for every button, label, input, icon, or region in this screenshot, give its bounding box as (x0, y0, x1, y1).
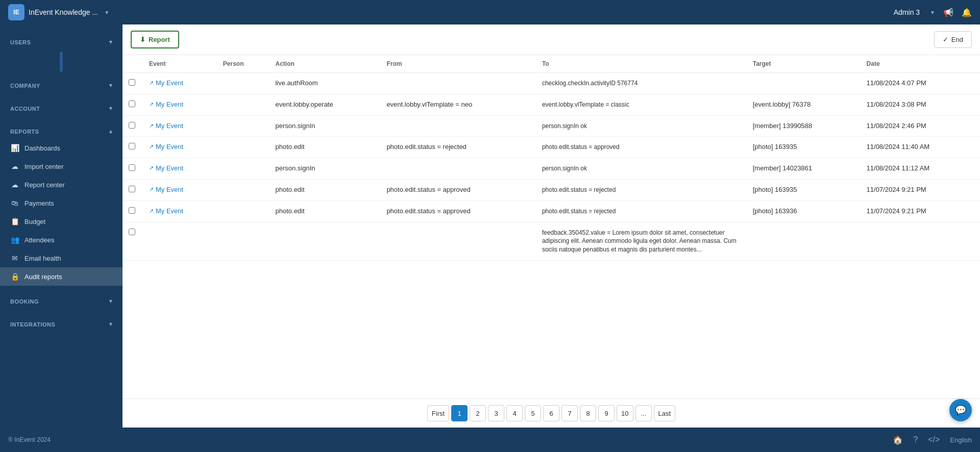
row-checkbox[interactable] (129, 164, 135, 171)
row-person (217, 94, 270, 115)
booking-chevron-icon: ▾ (109, 298, 113, 305)
pagination-last[interactable]: Last (654, 405, 676, 421)
row-checkbox[interactable] (129, 207, 135, 214)
row-target (747, 73, 861, 94)
pagination-first[interactable]: First (427, 405, 449, 421)
external-link-icon: ↗ (149, 165, 154, 171)
sidebar-section-booking-label: BOOKING (10, 298, 39, 305)
sidebar-section-booking-header[interactable]: BOOKING ▾ (0, 294, 122, 309)
row-checkbox[interactable] (129, 186, 135, 192)
pagination-page-4[interactable]: 4 (506, 405, 523, 421)
event-link[interactable]: ↗My Event (149, 122, 211, 130)
row-event: ↗My Event (143, 158, 217, 180)
row-person (217, 137, 270, 158)
table-row: ↗My Eventphoto.editphoto.edit.status = a… (122, 179, 980, 200)
pagination-page-7[interactable]: 7 (561, 405, 578, 421)
pagination-page-5[interactable]: 5 (525, 405, 541, 421)
sidebar-section-integrations-header[interactable]: INTEGRATIONS ▾ (0, 317, 122, 332)
row-to: checklog.checkIn.activityID 576774 (536, 73, 747, 94)
table-row: ↗My Eventevent.lobby.operateevent.lobby.… (122, 94, 980, 115)
row-checkbox[interactable] (129, 122, 135, 129)
pagination-page-9[interactable]: 9 (598, 405, 615, 421)
row-from (380, 222, 536, 260)
event-link[interactable]: ↗My Event (149, 101, 211, 108)
sidebar-section-reports-header[interactable]: REPORTS ▴ (0, 124, 122, 139)
admin-name[interactable]: Admin 3 (894, 8, 920, 16)
checkmark-icon: ✓ (943, 36, 948, 43)
audit-table: Event Person Action From To Target Date … (122, 55, 980, 261)
pagination-page-1[interactable]: 1 (451, 405, 468, 421)
row-event: ↗My Event (143, 73, 217, 94)
sidebar-item-import-center[interactable]: ☁ Import center (0, 157, 122, 175)
bottom-footer: ® InEvent 2024 🏠 ? </> English (0, 428, 980, 452)
import-center-icon: ☁ (10, 162, 19, 170)
sidebar-item-email-health[interactable]: ✉ Email health (0, 249, 122, 267)
megaphone-icon[interactable]: 📢 (943, 8, 953, 17)
event-link[interactable]: ↗My Event (149, 143, 211, 150)
row-person (217, 200, 270, 222)
main-layout: USERS ▾ COMPANY ▾ ACCOUNT ▾ REPORTS ▴ (0, 24, 980, 428)
row-date: 11/08/2024 2:46 PM (861, 115, 980, 137)
row-target: [photo] 163935 (747, 137, 861, 158)
sidebar-item-budget[interactable]: 📋 Budget (0, 212, 122, 231)
header-left: IE InEvent Knowledge ... ▼ (8, 4, 109, 20)
pagination-page-3[interactable]: 3 (488, 405, 504, 421)
sidebar-item-attendees-label: Attendees (24, 236, 55, 244)
sidebar-section-reports-label: REPORTS (10, 129, 39, 135)
table-row: ↗My Eventlive.authRoomchecklog.checkIn.a… (122, 73, 980, 94)
chat-bubble[interactable]: 💬 (949, 399, 972, 421)
sidebar-section-company-header[interactable]: COMPANY ▾ (0, 78, 122, 93)
sidebar-item-dashboards[interactable]: 📊 Dashboards (0, 139, 122, 157)
audit-reports-icon: 🔒 (10, 272, 19, 281)
sidebar-item-attendees[interactable]: 👥 Attendees (0, 231, 122, 249)
row-date: 11/08/2024 11:40 AM (861, 137, 980, 158)
row-to: person.signIn ok (536, 115, 747, 137)
row-action: event.lobby.operate (269, 94, 380, 115)
row-checkbox[interactable] (129, 101, 135, 107)
sidebar-section-account-header[interactable]: ACCOUNT ▾ (0, 101, 122, 116)
row-event: ↗My Event (143, 179, 217, 200)
app-menu-chevron[interactable]: ▼ (104, 10, 109, 15)
language-selector[interactable]: English (950, 436, 972, 444)
code-icon[interactable]: </> (928, 435, 940, 444)
row-checkbox[interactable] (129, 143, 135, 149)
col-event: Event (143, 55, 217, 73)
row-checkbox[interactable] (129, 79, 135, 86)
dashboards-icon: 📊 (10, 144, 19, 152)
sidebar-item-report-center[interactable]: ☁ Report center (0, 175, 122, 194)
row-target (747, 222, 861, 260)
row-from: photo.edit.status = approved (380, 179, 536, 200)
sidebar-item-audit-reports-label: Audit reports (24, 273, 62, 281)
help-icon[interactable]: ? (913, 435, 918, 444)
event-link[interactable]: ↗My Event (149, 207, 211, 215)
toolbar: ⬇ Report ✓ End (122, 24, 980, 55)
sidebar-item-payments[interactable]: 🛍 Payments (0, 194, 122, 212)
sidebar-item-report-center-label: Report center (24, 181, 65, 189)
row-to: photo.edit.status = rejected (536, 200, 747, 222)
end-button[interactable]: ✓ End (934, 31, 972, 48)
pagination-page-6[interactable]: 6 (543, 405, 559, 421)
row-checkbox[interactable] (129, 229, 135, 235)
event-link[interactable]: ↗My Event (149, 164, 211, 172)
row-action: photo.edit (269, 179, 380, 200)
bell-icon[interactable]: 🔔 (962, 8, 972, 17)
sidebar-section-users: USERS ▾ (0, 29, 122, 52)
sidebar-item-audit-reports[interactable]: 🔒 Audit reports (0, 267, 122, 286)
col-action: Action (269, 55, 380, 73)
pagination-page-10[interactable]: 10 (617, 405, 633, 421)
event-link[interactable]: ↗My Event (149, 186, 211, 193)
pagination-page-8[interactable]: 8 (580, 405, 596, 421)
pagination: First 1 2 3 4 5 6 7 8 9 10 ... Last (122, 398, 980, 428)
pagination-page-2[interactable]: 2 (470, 405, 486, 421)
event-link[interactable]: ↗My Event (149, 79, 211, 87)
row-person (217, 115, 270, 137)
sidebar-section-users-header[interactable]: USERS ▾ (0, 35, 122, 49)
sidebar-item-budget-label: Budget (24, 218, 45, 225)
end-button-label: End (951, 36, 963, 43)
row-action: photo.edit (269, 200, 380, 222)
report-button[interactable]: ⬇ Report (131, 31, 179, 48)
home-icon[interactable]: 🏠 (893, 435, 903, 445)
admin-chevron[interactable]: ▼ (930, 10, 935, 15)
payments-icon: 🛍 (10, 199, 19, 207)
users-chevron-icon: ▾ (109, 39, 113, 45)
